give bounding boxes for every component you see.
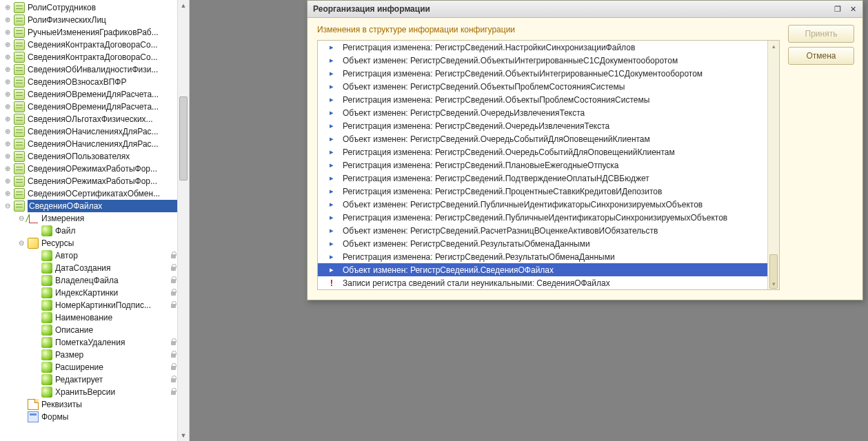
expand-icon[interactable]: ⊕ [3,52,12,62]
bullet-icon [41,387,52,398]
scroll-up-icon[interactable]: ▲ [178,0,189,11]
tree-node[interactable]: ⊖Ресурсы [3,237,189,249]
tree-node[interactable]: ХранитьВерсии [3,386,189,398]
tree-node-label: РолиФизическихЛиц [28,14,179,26]
change-row-text: Объект изменен: РегистрСведений.РасчетРа… [343,226,658,236]
tree-node[interactable]: ⊕РучныеИзмененияГрафиковРаб... [3,26,189,39]
change-row[interactable]: ▸Регистрация изменена: РегистрСведений.П… [318,211,767,224]
change-row[interactable]: ▸Объект изменен: РегистрСведений.Очередь… [318,132,767,145]
change-row[interactable]: ▸Регистрация изменена: РегистрСведений.О… [318,67,767,80]
tree-node[interactable]: ИндексКартинки [3,287,189,299]
close-button[interactable]: ✕ [846,3,860,15]
tree-node[interactable]: ⊕СведенияКонтрактаДоговораСо... [3,39,189,51]
tree-node[interactable]: ⊕СведенияОРежимахРаботыФор... [3,163,189,175]
tree-node[interactable]: Расширение [3,361,189,373]
change-row[interactable]: ▸Объект изменен: РегистрСведений.Сведени… [318,263,767,276]
expand-icon[interactable]: ⊕ [3,152,12,161]
config-tree[interactable]: ⊕РолиСотрудников⊕РолиФизическихЛиц⊕Ручны… [0,0,189,426]
change-row-text: Регистрация изменена: РегистрСведений.Ре… [343,252,615,262]
tree-node[interactable]: Наименование [3,311,189,324]
change-row[interactable]: ▸Регистрация изменена: РегистрСведений.П… [318,158,767,172]
expand-icon[interactable]: ⊕ [3,65,12,74]
list-scrollbar[interactable]: ▴ ▾ [767,41,779,289]
changes-list[interactable]: ▸Регистрация изменена: РегистрСведений.Н… [318,41,767,289]
tree-node[interactable]: Автор [3,249,189,262]
tree-node-label: Размер [55,349,168,361]
expand-icon[interactable]: ⊕ [3,3,12,12]
reg-icon [14,2,25,13]
change-row[interactable]: ▸Регистрация изменена: РегистрСведений.П… [318,185,767,198]
tree-node[interactable]: Описание [3,324,189,336]
expand-icon[interactable]: ⊕ [3,189,12,198]
expand-icon[interactable]: ⊕ [3,28,12,37]
restore-button[interactable]: ❐ [831,3,845,15]
change-row[interactable]: ▸Объект изменен: РегистрСведений.Очередь… [318,106,767,119]
tree-node[interactable]: Файл [3,225,189,237]
reorganization-dialog: Реорганизация информации ❐ ✕ Изменения в… [307,0,863,300]
expand-icon[interactable]: ⊕ [3,77,12,87]
scroll-down-icon[interactable]: ▼ [178,430,189,441]
bullet-icon [41,287,52,298]
expand-icon[interactable]: ⊕ [3,176,12,186]
change-row[interactable]: ▸Объект изменен: РегистрСведений.Результ… [318,237,767,250]
list-scroll-down-icon[interactable]: ▾ [768,278,779,289]
tree-node[interactable]: НомерКартинкиПодпис... [3,299,189,311]
tree-node[interactable]: ⊕РолиФизическихЛиц [3,14,189,26]
change-row[interactable]: ▸Объект изменен: РегистрСведений.РасчетР… [318,224,767,237]
expand-icon[interactable]: ⊕ [3,15,12,25]
change-row-text: Регистрация изменена: РегистрСведений.Пу… [343,213,727,223]
change-row[interactable]: ▸Регистрация изменена: РегистрСведений.О… [318,145,767,158]
tree-node[interactable]: ⊕СведенияОВзносахВПФР [3,76,189,88]
tree-node[interactable]: ⊕СведенияОСертификатахОбмен... [3,187,189,200]
tree-node[interactable]: ⊕СведенияОНачисленияхДляРас... [3,125,189,138]
tree-node[interactable]: Размер [3,349,189,361]
change-row[interactable]: ▸Объект изменен: РегистрСведений.Объекты… [318,54,767,67]
change-row[interactable]: ▸Объект изменен: РегистрСведений.Объекты… [318,80,767,93]
tree-node[interactable]: ⊕СведенияОбИнвалидностиФизи... [3,63,189,76]
change-row[interactable]: !Записи регистра сведений стали неуникал… [318,276,767,289]
tree-scrollbar[interactable]: ▲ ▼ [177,0,189,441]
tree-node[interactable]: ⊕СведенияКонтрактаДоговораСо... [3,51,189,63]
expand-icon[interactable]: ⊕ [3,102,12,112]
tree-node[interactable]: ⊕СведенияОЛьготахФизических... [3,113,189,125]
tree-node[interactable]: Формы [3,411,189,423]
tree-node[interactable]: ВладелецФайла [3,274,189,287]
reg-icon [14,163,25,174]
scroll-thumb[interactable] [179,96,188,181]
tree-node[interactable]: ДатаСоздания [3,262,189,274]
expand-icon[interactable]: ⊕ [3,90,12,99]
change-row[interactable]: ▸Объект изменен: РегистрСведений.Публичн… [318,198,767,211]
collapse-icon[interactable]: ⊖ [3,201,12,211]
tree-node[interactable]: ⊕СведенияОРежимахРаботыФор... [3,175,189,187]
change-row[interactable]: ▸Регистрация изменена: РегистрСведений.Н… [318,41,767,54]
expand-icon[interactable]: ⊕ [3,114,12,124]
change-row-text: Регистрация изменена: РегистрСведений.На… [343,43,635,52]
tree-node[interactable]: ⊕СведенияОНачисленияхДляРас... [3,138,189,150]
dialog-message: Изменения в структуре информации конфигу… [317,25,780,34]
collapse-icon[interactable]: ⊖ [17,238,26,248]
tree-node[interactable]: ⊖Измерения [3,212,189,225]
tree-node[interactable]: ⊕СведенияОВремениДляРасчета... [3,88,189,101]
cancel-button[interactable]: Отмена [788,47,854,65]
tree-node[interactable]: ⊕СведенияОВремениДляРасчета... [3,101,189,113]
change-row[interactable]: ▸Регистрация изменена: РегистрСведений.О… [318,119,767,132]
tree-node[interactable]: Реквизиты [3,398,189,411]
dialog-titlebar[interactable]: Реорганизация информации ❐ ✕ [307,1,862,18]
tree-node[interactable]: ⊕СведенияОПользователях [3,150,189,163]
tree-node[interactable]: ⊖СведенияОФайлах [3,200,189,212]
expand-icon[interactable]: ⊕ [3,139,12,149]
collapse-icon[interactable]: ⊖ [17,214,26,223]
expand-icon[interactable]: ⊕ [3,164,12,174]
tree-node-label: СведенияКонтрактаДоговораСо... [28,39,179,51]
change-row[interactable]: ▸Регистрация изменена: РегистрСведений.Р… [318,250,767,263]
accept-button[interactable]: Принять [788,25,854,43]
expand-icon[interactable]: ⊕ [3,127,12,136]
list-scroll-up-icon[interactable]: ▴ [768,41,779,52]
tree-node[interactable]: ⊕РолиСотрудников [3,1,189,14]
change-row[interactable]: ▸Регистрация изменена: РегистрСведений.О… [318,93,767,106]
reg-icon [14,89,25,100]
expand-icon[interactable]: ⊕ [3,40,12,50]
tree-node[interactable]: ПометкаУдаления [3,336,189,349]
change-row[interactable]: ▸Регистрация изменена: РегистрСведений.П… [318,172,767,185]
tree-node[interactable]: Редактирует [3,373,189,386]
